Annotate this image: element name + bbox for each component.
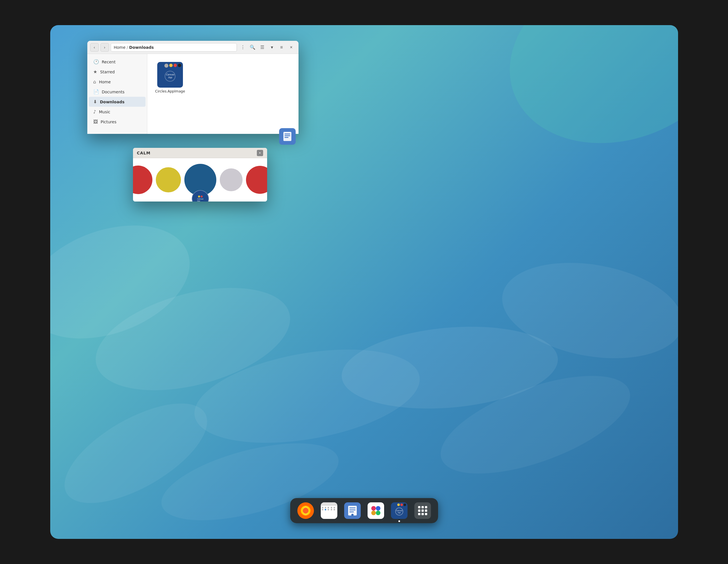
calm-circle-5 — [220, 168, 243, 191]
icon-color-dots — [164, 64, 181, 68]
calm-circle-2 — [133, 166, 152, 194]
forward-button[interactable]: › — [100, 43, 109, 52]
calm-titlebar: CALM × — [133, 148, 267, 158]
back-button[interactable]: ‹ — [90, 43, 99, 52]
circles-logo-text: Canvaslisp — [166, 73, 174, 79]
sidebar-item-home[interactable]: ⌂ Home — [89, 77, 146, 87]
calm-window: CALM × Canvaslisp — [133, 148, 267, 202]
file-manager-body: 🕐 Recent ★ Starred ⌂ Home 📄 Documents ⬇ — [87, 54, 299, 134]
toolbar-icons: ⋮ 🔍 ☰ ▾ ≡ × — [239, 43, 296, 52]
taskbar-active-dot — [398, 520, 400, 522]
file-item-circles[interactable]: Canvaslisp Circles.AppImage — [153, 60, 187, 96]
taskbar-circles[interactable]: Canvaslisp — [390, 501, 409, 520]
overflow-menu-button[interactable]: ⋮ — [239, 43, 247, 52]
svg-point-8 — [484, 25, 678, 173]
menu-button[interactable]: ≡ — [277, 43, 286, 52]
svg-point-3 — [338, 318, 561, 417]
svg-point-6 — [50, 384, 222, 523]
starred-icon: ★ — [93, 69, 97, 74]
taskbar-software[interactable] — [366, 501, 386, 520]
documents-icon: 📄 — [93, 89, 99, 94]
svg-point-23 — [371, 511, 376, 515]
svg-point-24 — [376, 511, 380, 515]
sidebar-label-home: Home — [99, 80, 111, 84]
dot-red — [174, 64, 177, 67]
calm-content: Canvaslisp — [133, 158, 267, 202]
file-manager-window: ‹ › Home / Downloads ⋮ 🔍 ☰ ▾ ≡ × 🕐 Recen… — [87, 41, 299, 134]
calm-title: CALM — [137, 151, 151, 155]
pictures-icon: 🖼 — [93, 119, 98, 124]
svg-rect-10 — [285, 134, 290, 134]
path-bar[interactable]: Home / Downloads — [111, 43, 237, 52]
sidebar-item-documents[interactable]: 📄 Documents — [89, 87, 146, 97]
svg-rect-19 — [349, 511, 354, 512]
svg-point-22 — [376, 506, 380, 511]
svg-rect-11 — [285, 135, 290, 136]
recent-icon: 🕐 — [93, 59, 99, 65]
screen: ‹ › Home / Downloads ⋮ 🔍 ☰ ▾ ≡ × 🕐 Recen… — [50, 25, 678, 539]
dragged-circles-icon: Canvaslisp — [192, 190, 209, 202]
svg-rect-17 — [349, 507, 356, 508]
svg-rect-12 — [285, 137, 289, 138]
svg-point-4 — [495, 250, 678, 371]
list-view-button[interactable]: ☰ — [258, 43, 267, 52]
fm-notes-icon[interactable] — [279, 128, 296, 145]
file-manager-titlebar: ‹ › Home / Downloads ⋮ 🔍 ☰ ▾ ≡ × — [87, 41, 299, 54]
sidebar-item-recent[interactable]: 🕐 Recent — [89, 57, 146, 67]
sidebar-item-starred[interactable]: ★ Starred — [89, 67, 146, 77]
taskbar-calendar[interactable] — [319, 501, 339, 520]
taskbar-circles-label: Canvaslisp — [396, 509, 402, 513]
view-dropdown-button[interactable]: ▾ — [268, 43, 276, 52]
close-button[interactable]: × — [287, 43, 296, 52]
grid-dots — [418, 506, 427, 515]
svg-point-0 — [50, 204, 205, 360]
svg-point-20 — [351, 514, 354, 516]
svg-rect-18 — [349, 509, 356, 510]
file-name-circles: Circles.AppImage — [155, 89, 185, 93]
dot-yellow — [169, 64, 173, 67]
calm-close-button[interactable]: × — [257, 150, 263, 156]
dot-black — [178, 64, 181, 67]
circles-appimage-icon: Canvaslisp — [157, 62, 183, 88]
sidebar-label-music: Music — [99, 110, 110, 114]
sidebar: 🕐 Recent ★ Starred ⌂ Home 📄 Documents ⬇ — [87, 54, 147, 134]
downloads-icon: ⬇ — [93, 99, 97, 104]
dot-gray — [164, 64, 168, 68]
grid-icon — [414, 502, 431, 519]
calm-circle-center: Canvaslisp — [184, 164, 216, 196]
music-icon: ♪ — [93, 109, 96, 114]
calm-circle-3 — [156, 167, 181, 192]
sidebar-label-starred: Starred — [100, 70, 115, 74]
svg-point-1 — [84, 269, 301, 409]
svg-point-5 — [429, 356, 642, 494]
taskbar-notes[interactable] — [343, 501, 362, 520]
path-home: Home — [114, 45, 126, 50]
taskbar-firefox[interactable] — [296, 501, 315, 520]
calm-circle-6 — [246, 166, 267, 194]
path-separator: / — [127, 45, 128, 50]
path-current: Downloads — [129, 45, 154, 50]
svg-rect-9 — [283, 132, 291, 141]
taskbar-grid[interactable] — [413, 501, 432, 520]
svg-point-2 — [187, 334, 427, 458]
home-icon: ⌂ — [93, 79, 96, 84]
sidebar-item-music[interactable]: ♪ Music — [89, 107, 146, 117]
sidebar-label-recent: Recent — [102, 60, 116, 64]
svg-point-21 — [371, 506, 376, 511]
sidebar-label-documents: Documents — [102, 90, 125, 94]
sidebar-item-pictures[interactable]: 🖼 Pictures — [89, 117, 146, 127]
sidebar-label-pictures: Pictures — [101, 120, 116, 124]
sidebar-label-downloads: Downloads — [100, 100, 124, 104]
file-content-area: Canvaslisp Circles.AppImage — [147, 54, 299, 134]
sidebar-item-downloads[interactable]: ⬇ Downloads — [89, 97, 146, 107]
taskbar: Canvaslisp — [290, 498, 438, 523]
search-button[interactable]: 🔍 — [248, 43, 257, 52]
